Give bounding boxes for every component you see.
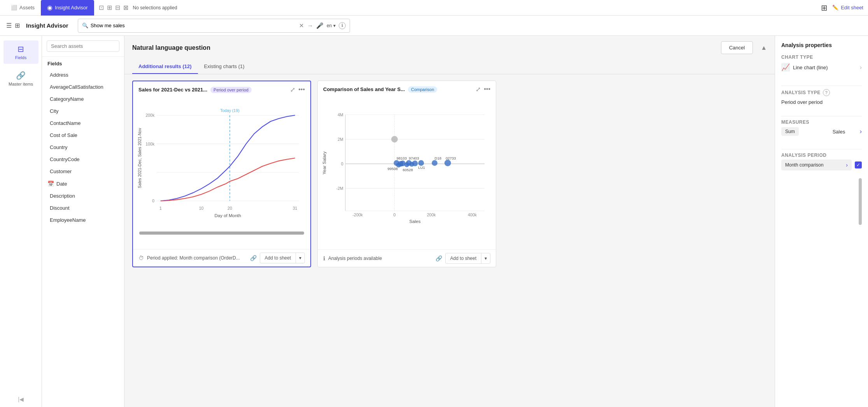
edit-sheet-button[interactable]: ✏️ Edit sheet — [832, 5, 863, 11]
more-options-icon[interactable]: ••• — [298, 86, 305, 93]
rp-measure-arrow[interactable]: › — [860, 128, 862, 135]
expand-icon-2[interactable]: ⤢ — [476, 86, 481, 93]
calendar-icon: 📅 — [47, 181, 54, 187]
scatter-chart-svg: 4M 2M 0 -2M -200k 0 200k 400k Sales Year… — [321, 98, 493, 230]
left-sidebar: ⊟ Fields 🔗 Master items |◀ — [0, 36, 42, 407]
svg-text:100k: 100k — [145, 142, 154, 146]
collapse-icon[interactable]: |◀ — [18, 396, 24, 402]
chart-type-expand-arrow[interactable]: › — [860, 64, 862, 70]
selection-icon-1[interactable]: ⊡ — [99, 4, 104, 11]
add-to-sheet-arrow-1[interactable]: ▾ — [296, 253, 304, 263]
svg-text:60528: 60528 — [402, 168, 413, 172]
period-tag-arrow: › — [846, 162, 848, 168]
svg-text:Day of Month: Day of Month — [214, 213, 241, 218]
forward-icon[interactable]: → — [307, 22, 313, 29]
selection-icon-3[interactable]: ⊟ — [115, 4, 120, 11]
svg-text:0: 0 — [341, 161, 343, 166]
nav-tab-insight-advisor[interactable]: ◉ Insight Advisor — [41, 0, 94, 16]
field-item-city[interactable]: City — [42, 105, 124, 117]
nav-right: ⊞ ✏️ Edit sheet — [821, 3, 863, 12]
svg-point-44 — [391, 136, 398, 142]
expand-icon[interactable]: ⤢ — [290, 86, 295, 93]
svg-text:Sales: Sales — [410, 219, 421, 224]
chart-1-badge: Period over period — [210, 87, 252, 93]
fields-search — [42, 36, 124, 57]
period-checkbox[interactable] — [855, 161, 862, 168]
field-item-customer[interactable]: Customer — [42, 165, 124, 177]
field-item-contactname[interactable]: ContactName — [42, 117, 124, 129]
selection-icon-4[interactable]: ⊠ — [123, 4, 128, 11]
svg-text:97403: 97403 — [409, 156, 419, 160]
add-to-sheet-arrow-2[interactable]: ▾ — [481, 253, 490, 263]
svg-text:0: 0 — [393, 212, 396, 217]
top-nav: ⬜ Assets ◉ Insight Advisor ⊡ ⊞ ⊟ ⊠ No se… — [0, 0, 868, 16]
fields-search-input[interactable] — [47, 40, 119, 52]
svg-text:Year Salary: Year Salary — [322, 151, 327, 175]
master-items-nav-label: Master items — [9, 82, 33, 86]
mic-icon[interactable]: 🎤 — [316, 22, 324, 29]
more-options-icon-2[interactable]: ••• — [484, 86, 490, 93]
field-item-address[interactable]: Address — [42, 69, 124, 81]
svg-point-42 — [432, 160, 438, 166]
svg-text:0: 0 — [152, 199, 154, 203]
field-item-date[interactable]: 📅 Date — [42, 177, 124, 190]
fields-icon: ⊟ — [18, 44, 24, 54]
sidebar-item-fields[interactable]: ⊟ Fields — [4, 40, 38, 64]
layout-icon-2[interactable]: ⊞ — [15, 22, 20, 29]
second-nav-title: Insight Advisor — [26, 22, 68, 29]
fields-panel: Fields Address AverageCallSatisfaction C… — [42, 36, 124, 407]
sidebar-bottom: |◀ — [18, 396, 24, 402]
lang-selector[interactable]: en ▾ — [327, 23, 336, 28]
period-tag-label: Month comparison — [785, 162, 824, 168]
tab-additional-results[interactable]: Additional results (12) — [132, 60, 198, 74]
no-selections-label: No selections applied — [133, 5, 177, 11]
chart-card-1-header: Sales for 2021-Dec vs 2021... Period ove… — [133, 81, 310, 96]
svg-text:Today (19): Today (19) — [220, 109, 239, 113]
chart-2-badge: Comparison — [408, 86, 437, 93]
field-item-categoryname[interactable]: CategoryName — [42, 93, 124, 105]
rp-measure-tag[interactable]: Sum — [781, 127, 799, 136]
fields-list: Address AverageCallSatisfaction Category… — [42, 69, 124, 407]
add-to-sheet-label-1[interactable]: Add to sheet — [260, 253, 296, 263]
clear-icon[interactable]: ✕ — [299, 22, 304, 29]
insight-advisor-icon: ◉ — [47, 4, 52, 11]
svg-text:02733: 02733 — [446, 156, 456, 160]
field-item-country[interactable]: Country — [42, 141, 124, 153]
nav-tab-assets[interactable]: ⬜ Assets — [5, 0, 41, 16]
layout-icon-1[interactable]: ☰ — [6, 22, 12, 29]
selection-icon-2[interactable]: ⊞ — [107, 4, 112, 11]
cancel-button[interactable]: Cancel — [721, 41, 753, 54]
field-item-averagecallsatisfaction[interactable]: AverageCallSatisfaction — [42, 81, 124, 93]
info-icon[interactable]: ℹ — [339, 22, 346, 29]
rp-section-measures: Measures Sum Sales › — [781, 119, 862, 138]
chart-2-footer-text: Analysis periods available — [328, 256, 432, 261]
search-input[interactable] — [91, 23, 299, 28]
field-item-countrycode[interactable]: CountryCode — [42, 153, 124, 165]
chart-1-scrollbar[interactable] — [139, 232, 304, 235]
clock-icon: ⏱ — [138, 255, 144, 261]
search-bar-icons: ✕ → 🎤 en ▾ ℹ — [299, 22, 346, 29]
assets-icon: ⬜ — [11, 5, 17, 11]
field-item-description[interactable]: Description — [42, 190, 124, 202]
link-icon-1[interactable]: 🔗 — [250, 255, 257, 261]
add-to-sheet-label-2[interactable]: Add to sheet — [446, 253, 481, 263]
rp-measure-value: Sales — [833, 129, 845, 135]
add-to-sheet-button-2[interactable]: Add to sheet ▾ — [445, 253, 490, 264]
svg-text:1: 1 — [159, 206, 162, 211]
field-item-employeename[interactable]: EmployeeName — [42, 214, 124, 226]
field-item-costofsale[interactable]: Cost of Sale — [42, 129, 124, 141]
link-icon-2[interactable]: 🔗 — [436, 255, 442, 261]
help-icon[interactable]: ? — [823, 89, 830, 96]
right-panel-title: Analysis properties — [781, 42, 862, 48]
svg-text:31: 31 — [293, 206, 298, 211]
period-tag[interactable]: Month comparison › — [781, 160, 852, 170]
right-panel-scrollbar[interactable] — [859, 178, 862, 225]
rp-analysis-type-label: Analysis type — [781, 90, 821, 95]
add-to-sheet-button-1[interactable]: Add to sheet ▾ — [260, 253, 305, 263]
field-item-discount[interactable]: Discount — [42, 202, 124, 214]
tab-existing-charts[interactable]: Existing charts (1) — [198, 60, 251, 74]
collapse-panel-button[interactable]: ▲ — [761, 44, 767, 51]
pencil-icon: ✏️ — [832, 5, 838, 11]
grid-icon[interactable]: ⊞ — [821, 3, 828, 12]
sidebar-item-master-items[interactable]: 🔗 Master items — [4, 67, 38, 90]
